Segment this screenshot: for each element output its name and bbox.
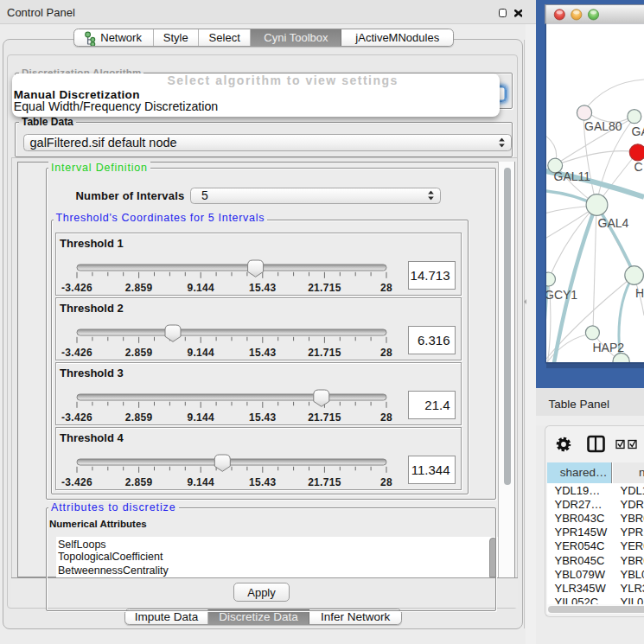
svg-text:C: C [634, 160, 643, 174]
svg-text:GCY1: GCY1 [545, 288, 577, 302]
svg-text:GAL4: GAL4 [598, 216, 629, 230]
svg-text:2.859: 2.859 [125, 411, 153, 423]
svg-text:21.715: 21.715 [308, 281, 341, 293]
svg-text:-3.426: -3.426 [61, 475, 92, 488]
svg-text:2.859: 2.859 [125, 475, 153, 488]
svg-text:21.715: 21.715 [308, 411, 341, 423]
svg-text:GAL11: GAL11 [554, 169, 591, 183]
svg-text:28: 28 [380, 475, 392, 488]
svg-text:15.43: 15.43 [249, 411, 277, 423]
svg-text:15.43: 15.43 [249, 346, 277, 358]
svg-text:9.144: 9.144 [187, 475, 214, 488]
svg-text:-3.426: -3.426 [61, 411, 92, 423]
svg-text:28: 28 [380, 281, 392, 293]
svg-text:-3.426: -3.426 [61, 346, 92, 358]
svg-text:9.144: 9.144 [187, 411, 214, 423]
svg-text:28: 28 [380, 346, 392, 358]
svg-text:HAP2: HAP2 [593, 341, 625, 354]
svg-text:21.715: 21.715 [308, 346, 341, 358]
svg-text:-3.426: -3.426 [61, 281, 92, 293]
svg-text:GAL80: GAL80 [584, 119, 622, 133]
svg-text:GA: GA [632, 124, 644, 138]
svg-text:28: 28 [380, 411, 392, 423]
svg-text:15.43: 15.43 [249, 281, 277, 293]
svg-text:2.859: 2.859 [125, 281, 153, 293]
svg-text:9.144: 9.144 [187, 281, 214, 293]
svg-text:15.43: 15.43 [249, 475, 277, 488]
svg-text:21.715: 21.715 [308, 475, 341, 488]
svg-text:H: H [635, 286, 644, 300]
svg-text:9.144: 9.144 [187, 346, 214, 358]
svg-text:2.859: 2.859 [125, 346, 153, 358]
